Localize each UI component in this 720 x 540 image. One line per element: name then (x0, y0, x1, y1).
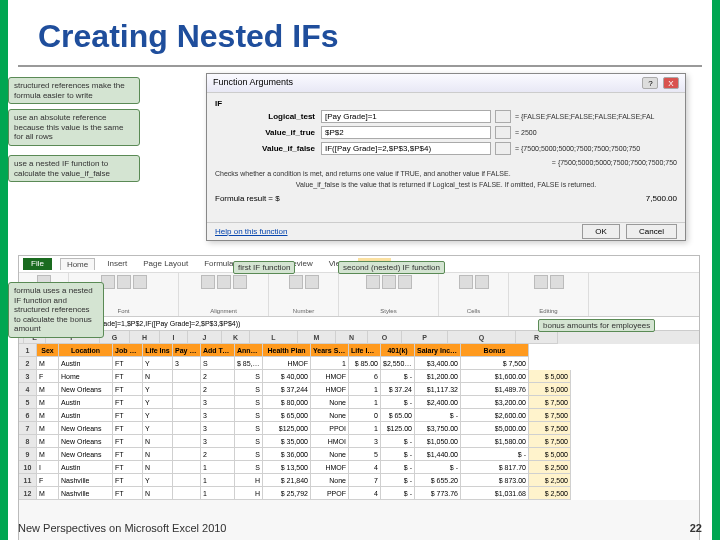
cell[interactable]: S (235, 448, 263, 461)
cell[interactable]: $ 873.00 (461, 474, 529, 487)
cell[interactable] (173, 396, 201, 409)
cell[interactable]: 0 (349, 409, 381, 422)
cell[interactable]: New Orleans (59, 448, 113, 461)
cell[interactable] (173, 370, 201, 383)
cell[interactable]: S (235, 435, 263, 448)
cell[interactable]: FT (113, 487, 143, 500)
table-row[interactable]: 2MAustinFTY3S$ 85,000HMOF1$ 85.00$2,550.… (19, 357, 699, 370)
cell[interactable] (173, 383, 201, 396)
cell[interactable]: $1,050.00 (415, 435, 461, 448)
cell[interactable]: $ - (381, 396, 415, 409)
cell[interactable]: None (311, 474, 349, 487)
cell[interactable] (173, 474, 201, 487)
cell[interactable]: S (235, 409, 263, 422)
row-header[interactable]: 8 (19, 435, 37, 448)
cell[interactable] (173, 409, 201, 422)
cell[interactable]: 3 (349, 435, 381, 448)
cell[interactable]: HMOF (311, 461, 349, 474)
col-header[interactable]: K (222, 331, 250, 344)
table-row[interactable]: 4MNew OrleansFTY2S$ 37,244HMOF1$ 37.24$1… (19, 383, 699, 396)
cell[interactable]: FT (113, 448, 143, 461)
cell[interactable]: $ - (415, 461, 461, 474)
cell[interactable]: 2 (201, 383, 235, 396)
cell[interactable]: $ 35,000 (263, 435, 311, 448)
row-header[interactable]: 5 (19, 396, 37, 409)
cell[interactable]: S (235, 422, 263, 435)
range-picker-icon[interactable] (495, 126, 511, 139)
cell[interactable]: HMOF (311, 383, 349, 396)
cell[interactable]: Austin (59, 409, 113, 422)
table-row[interactable]: 7MNew OrleansFTY3S$125,000PPOI1$125.00$3… (19, 422, 699, 435)
cell[interactable]: $ 817.70 (461, 461, 529, 474)
cell[interactable]: S (235, 370, 263, 383)
cell[interactable]: Y (143, 409, 173, 422)
cell[interactable] (173, 435, 201, 448)
cell[interactable]: $ 5,000 (529, 448, 571, 461)
cell[interactable]: Austin (59, 396, 113, 409)
cell[interactable]: 3 (173, 357, 201, 370)
col-header[interactable]: L (250, 331, 298, 344)
cell[interactable]: $ 37.24 (381, 383, 415, 396)
cell[interactable]: Y (143, 383, 173, 396)
cell[interactable]: $2,600.00 (461, 409, 529, 422)
tab-file[interactable]: File (23, 258, 52, 270)
table-row[interactable]: 8MNew OrleansFTN3S$ 35,000HMOI3$ -$1,050… (19, 435, 699, 448)
cell[interactable]: 3 (201, 396, 235, 409)
cell[interactable]: M (37, 357, 59, 370)
cell[interactable]: N (143, 487, 173, 500)
tab-insert[interactable]: Insert (103, 258, 131, 270)
cell[interactable]: FT (113, 383, 143, 396)
cell[interactable]: FT (113, 370, 143, 383)
cell[interactable]: 3 (201, 409, 235, 422)
cancel-button[interactable]: Cancel (626, 224, 677, 239)
cell[interactable]: $ 7,500 (529, 396, 571, 409)
cell[interactable]: 5 (349, 448, 381, 461)
col-header[interactable]: M (298, 331, 336, 344)
value-if-false-field[interactable]: IF([Pay Grade]=2,$P$3,$P$4) (321, 142, 491, 155)
cell[interactable]: Y (143, 474, 173, 487)
cell[interactable]: M (37, 422, 59, 435)
cell[interactable]: $ - (381, 435, 415, 448)
help-link[interactable]: Help on this function (215, 227, 288, 236)
cell[interactable]: 2 (201, 448, 235, 461)
cell[interactable]: 1 (349, 422, 381, 435)
cell[interactable]: $ - (381, 474, 415, 487)
cell[interactable]: $3,750.00 (415, 422, 461, 435)
cell[interactable]: HMOF (311, 370, 349, 383)
cell[interactable]: Nashville (59, 487, 113, 500)
cell[interactable]: Nashville (59, 474, 113, 487)
table-row[interactable]: 10IAustinFTN1S$ 13,500HMOF4$ -$ -$ 817.7… (19, 461, 699, 474)
cell[interactable]: $ 7,500 (529, 422, 571, 435)
cell[interactable]: M (37, 487, 59, 500)
cell[interactable]: 2 (201, 370, 235, 383)
cell[interactable]: $3,400.00 (415, 357, 461, 370)
help-icon[interactable]: ? (642, 77, 658, 89)
cell[interactable]: FT (113, 435, 143, 448)
value-if-true-field[interactable]: $P$2 (321, 126, 491, 139)
cell[interactable]: HMOF (263, 357, 311, 370)
cell[interactable]: $ 5,000 (529, 383, 571, 396)
cell[interactable]: 1 (349, 396, 381, 409)
cell[interactable]: $ 7,500 (529, 435, 571, 448)
cell[interactable]: None (311, 448, 349, 461)
cell[interactable]: N (143, 370, 173, 383)
cell[interactable] (173, 422, 201, 435)
cell[interactable]: $ 25,792 (263, 487, 311, 500)
cell[interactable]: S (235, 461, 263, 474)
row-header[interactable]: 6 (19, 409, 37, 422)
cell[interactable]: 1 (201, 487, 235, 500)
logical-test-field[interactable]: [Pay Grade]=1 (321, 110, 491, 123)
cell[interactable]: Austin (59, 461, 113, 474)
cell[interactable]: $ 40,000 (263, 370, 311, 383)
cell[interactable]: Home (59, 370, 113, 383)
cell[interactable]: 1 (311, 357, 349, 370)
cell[interactable] (173, 448, 201, 461)
cell[interactable]: 1 (201, 461, 235, 474)
cell[interactable]: M (37, 396, 59, 409)
cell[interactable]: $ - (381, 461, 415, 474)
cell[interactable]: $ - (415, 409, 461, 422)
range-picker-icon[interactable] (495, 110, 511, 123)
row-header[interactable]: 11 (19, 474, 37, 487)
cell[interactable]: M (37, 435, 59, 448)
cell[interactable]: $1,600.00 (461, 370, 529, 383)
